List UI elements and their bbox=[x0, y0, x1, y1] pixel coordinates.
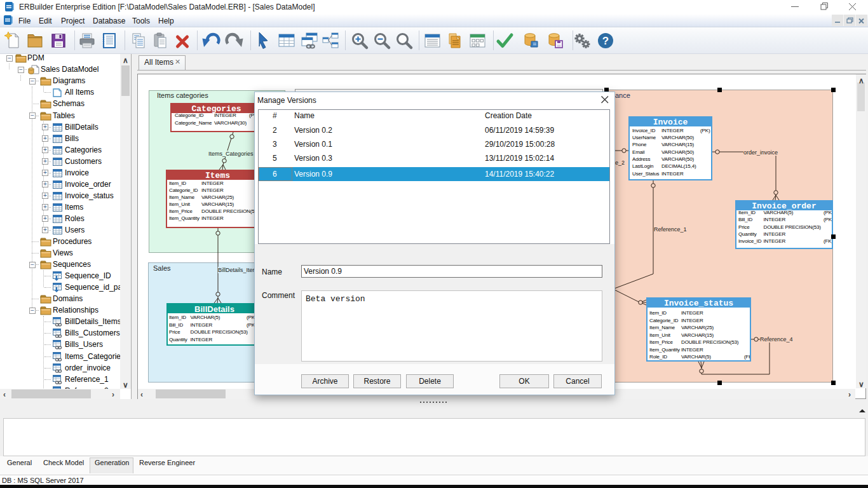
svg-text:?: ? bbox=[602, 35, 609, 47]
